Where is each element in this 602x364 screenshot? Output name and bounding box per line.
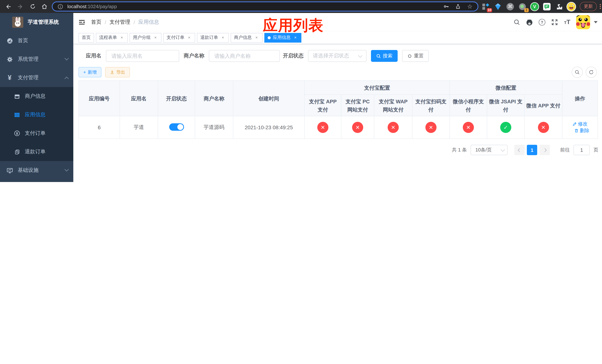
next-page-button[interactable] (539, 145, 550, 155)
tab-home[interactable]: 首页 (78, 33, 94, 43)
fullscreen-icon[interactable] (551, 19, 558, 26)
tab-merchant-info[interactable]: 商户信息× (231, 33, 262, 43)
tab-user-group[interactable]: 用户分组× (129, 33, 161, 43)
sidebar-collapse-icon[interactable] (78, 19, 85, 26)
breadcrumb-payment[interactable]: 支付管理 (110, 19, 130, 26)
refresh-button[interactable] (586, 67, 597, 78)
logo-avatar (12, 17, 23, 28)
chevron-down-icon (501, 147, 505, 152)
extension-gem-icon[interactable] (493, 2, 503, 11)
command-glyph: ⌘ (508, 4, 513, 9)
close-icon[interactable]: × (293, 35, 298, 40)
browser-menu-icon[interactable] (600, 4, 601, 9)
tab-label: 首页 (82, 34, 91, 41)
search-button[interactable]: 搜索 (371, 50, 398, 62)
close-icon[interactable]: × (187, 35, 192, 40)
tab-process-form[interactable]: 流程表单× (96, 33, 128, 43)
status-label: 开启状态 (283, 53, 304, 59)
extension-vue-icon[interactable]: V (530, 2, 539, 11)
delete-link[interactable]: 删除 (574, 127, 589, 134)
shop-icon (14, 93, 20, 99)
v-glyph: V (533, 4, 536, 9)
sidebar-item-system[interactable]: 系统管理 (0, 50, 73, 68)
extension-devtools-icon[interactable]: 10 (481, 2, 491, 11)
header-search-icon[interactable] (513, 19, 521, 26)
merchant-name-label: 商户名称 (182, 53, 204, 59)
merchant-name-input[interactable] (214, 53, 275, 59)
sidebar-item-payment[interactable]: ¥ 支付管理 (0, 68, 73, 87)
sidebar-item-pay-order[interactable]: 支付订单 (0, 124, 73, 143)
status-toggle[interactable] (169, 123, 184, 130)
extensions-puzzle-icon[interactable] (554, 2, 564, 11)
browser-toolbar: localhost:1024/pay/app ☆ 10 ⌘ 1 V (0, 0, 602, 13)
browser-back-icon[interactable] (4, 2, 13, 11)
close-icon[interactable]: × (254, 35, 259, 40)
export-button-label: 导出 (116, 69, 125, 75)
toggle-search-button[interactable] (572, 67, 583, 78)
col-group-alipay: 支付宝配置 (304, 81, 450, 95)
sidebar-item-label: 商户信息 (25, 93, 68, 100)
cell-created: 2021-10-23 08:49:25 (233, 116, 304, 139)
cell-merchant: 芋道源码 (195, 116, 233, 139)
app-title: 芋道管理系统 (28, 19, 59, 26)
alipay-pc-status-icon: ✕ (352, 122, 363, 133)
font-size-icon[interactable]: TT (563, 19, 571, 26)
breadcrumb-home[interactable]: 首页 (91, 19, 101, 26)
status-select-placeholder: 请选择开启状态 (313, 53, 349, 59)
logo-row[interactable]: 芋道管理系统 (0, 13, 73, 32)
page-number-button[interactable]: 1 (527, 145, 537, 155)
col-header-wx-mini: 微信小程序支付 (450, 95, 487, 116)
extension-command-icon[interactable]: ⌘ (505, 2, 515, 11)
browser-update-button[interactable]: 更新 (580, 2, 597, 11)
help-icon[interactable]: ? (538, 19, 546, 26)
breadcrumb-current: 应用信息 (139, 19, 159, 26)
browser-home-icon[interactable] (40, 2, 49, 11)
goto-page-input[interactable] (574, 147, 589, 153)
sidebar-item-label: 退款订单 (25, 149, 68, 155)
browser-reload-icon[interactable] (28, 2, 37, 11)
site-info-icon[interactable] (56, 2, 64, 11)
goto-label: 前往 (560, 147, 570, 153)
github-icon[interactable] (526, 19, 533, 26)
sidebar-item-refund-order[interactable]: 退款订单 (0, 143, 73, 161)
extension-chat-icon[interactable] (542, 2, 552, 11)
profile-avatar[interactable] (567, 2, 576, 11)
document-icon (14, 149, 20, 155)
user-avatar[interactable] (576, 15, 590, 29)
sidebar-item-infrastructure[interactable]: 基础设施 (0, 161, 73, 180)
page-size-select[interactable]: 10条/页 (471, 145, 508, 155)
gear-icon (6, 56, 13, 63)
alipay-app-status-icon: ✕ (317, 122, 328, 133)
breadcrumb-separator: / (134, 19, 135, 25)
status-select[interactable]: 请选择开启状态 (308, 50, 366, 62)
extension-recorder-icon[interactable]: 1 (517, 2, 527, 11)
close-icon[interactable]: × (220, 35, 226, 40)
close-icon[interactable]: × (153, 35, 158, 40)
share-icon[interactable] (454, 2, 462, 11)
delete-link-label: 删除 (580, 127, 589, 134)
bookmark-star-icon[interactable]: ☆ (466, 2, 474, 11)
sidebar-item-home[interactable]: 首页 (0, 32, 73, 50)
browser-forward-icon[interactable] (16, 2, 25, 11)
address-bar[interactable]: localhost:1024/pay/app ☆ (52, 1, 478, 11)
avatar-caret-icon[interactable] (594, 21, 598, 23)
edit-link[interactable]: 修改 (572, 121, 588, 127)
add-button[interactable]: + 新增 (78, 67, 101, 77)
sidebar-item-dev-tools[interactable]: 研发工具 (0, 180, 73, 182)
prev-page-button[interactable] (514, 145, 525, 155)
tab-refund-order[interactable]: 退款订单× (197, 33, 229, 43)
password-key-icon[interactable] (442, 2, 450, 11)
app-name-input-box (106, 50, 179, 62)
app-name-input[interactable] (111, 53, 174, 59)
sidebar-item-merchant-info[interactable]: 商户信息 (0, 87, 73, 106)
tab-pay-order[interactable]: 支付订单× (163, 33, 195, 43)
close-icon[interactable]: × (119, 35, 124, 40)
tab-label: 流程表单 (99, 34, 117, 41)
page-size-value: 10条/页 (475, 147, 492, 153)
sidebar-item-app-info[interactable]: 应用信息 (0, 106, 73, 124)
export-button[interactable]: 导出 (105, 67, 130, 77)
reset-button[interactable]: 重置 (402, 50, 429, 62)
tags-view: 首页 流程表单× 用户分组× 支付订单× 退款订单× 商户信息× 应用信息× (73, 32, 602, 44)
wx-app-status-icon: ✕ (538, 122, 549, 133)
sidebar-item-label: 基础设施 (18, 167, 65, 174)
